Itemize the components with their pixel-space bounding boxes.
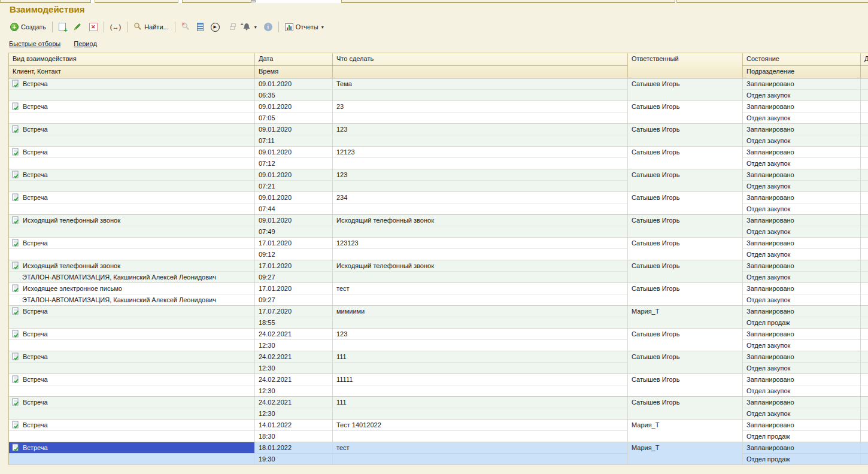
department-cell[interactable]: Отдел закупок	[743, 135, 861, 146]
extra-cell[interactable]	[861, 169, 868, 181]
date-cell[interactable]: 17.01.2020	[255, 238, 333, 249]
responsible-cell[interactable]: Мария_Т	[628, 306, 743, 328]
state-cell[interactable]: Запланировано	[743, 215, 861, 226]
department-cell[interactable]: Отдел закупок	[743, 158, 861, 169]
table-row[interactable]: Встреча 24.02.2021 123 Сатышев Игорь Зап…	[9, 329, 868, 351]
department-cell[interactable]: Отдел закупок	[743, 272, 861, 282]
reports-button[interactable]: Отчеты ▾	[282, 22, 327, 32]
quick-filters-link[interactable]: Быстрые отборы	[9, 40, 60, 47]
run-button[interactable]: ▶	[208, 22, 223, 33]
extra-cell[interactable]	[861, 124, 868, 135]
open-window-button[interactable]	[224, 22, 238, 32]
department-cell[interactable]: Отдел закупок	[743, 249, 861, 260]
department-cell[interactable]: Отдел закупок	[743, 294, 861, 305]
tab-segment[interactable]	[0, 0, 91, 3]
responsible-cell[interactable]: Сатышев Игорь	[628, 169, 743, 192]
tab-segment[interactable]	[251, 0, 256, 2]
tab-segment[interactable]	[676, 0, 868, 3]
delete-button[interactable]: ✕	[86, 22, 101, 32]
time-cell[interactable]: 09:27	[255, 272, 333, 282]
header-interaction-type[interactable]: Вид взаимодействия	[9, 53, 255, 66]
date-cell[interactable]: 17.07.2020	[255, 306, 333, 317]
date-cell[interactable]: 14.01.2022	[255, 420, 333, 431]
todo-empty-cell[interactable]	[333, 113, 628, 123]
client-contact-cell[interactable]	[9, 454, 255, 464]
interaction-type-cell[interactable]: Исходящий телефонный звонок	[9, 215, 255, 226]
state-cell[interactable]: Запланировано	[743, 397, 861, 408]
responsible-cell[interactable]: Мария_Т	[628, 420, 743, 442]
responsible-cell[interactable]: Сатышев Игорь	[628, 351, 743, 373]
state-cell[interactable]: Запланировано	[743, 169, 861, 181]
extra-cell[interactable]	[861, 431, 868, 442]
table-row[interactable]: Встреча 17.01.2020 123123 Сатышев Игорь …	[9, 238, 868, 260]
table-row[interactable]: Встреча 09.01.2020 123 Сатышев Игорь Зап…	[9, 124, 868, 147]
todo-cell[interactable]: тест	[333, 283, 628, 294]
client-contact-cell[interactable]	[9, 363, 255, 373]
todo-empty-cell[interactable]	[333, 363, 628, 373]
table-row[interactable]: Встреча 24.02.2021 111 Сатышев Игорь Зап…	[9, 397, 868, 420]
interaction-type-cell[interactable]: Встреча	[9, 329, 255, 340]
time-cell[interactable]: 12:30	[255, 363, 333, 373]
table-row[interactable]: Исходящий телефонный звонок 09.01.2020 И…	[9, 215, 868, 238]
time-cell[interactable]: 09:27	[255, 294, 333, 305]
todo-cell[interactable]: 23	[333, 101, 628, 113]
date-cell[interactable]: 09.01.2020	[255, 147, 333, 158]
interaction-type-cell[interactable]: Встреча	[9, 442, 255, 454]
todo-cell[interactable]: 123	[333, 169, 628, 181]
state-cell[interactable]: Запланировано	[743, 238, 861, 249]
header-responsible[interactable]: Ответственный	[628, 53, 743, 78]
client-contact-cell[interactable]: ЭТАЛОН-АВТОМАТИЗАЦИЯ, Какшинский Алексей…	[9, 294, 255, 305]
department-cell[interactable]: Отдел закупок	[743, 113, 861, 123]
tab-segment[interactable]	[341, 0, 675, 3]
table-row[interactable]: Встреча 09.01.2020 123 Сатышев Игорь Зап…	[9, 169, 868, 192]
table-row[interactable]: Встреча 09.01.2020 Тема Сатышев Игорь За…	[9, 78, 868, 101]
client-contact-cell[interactable]	[9, 340, 255, 351]
time-cell[interactable]: 06:35	[255, 90, 333, 101]
todo-empty-cell[interactable]	[333, 340, 628, 351]
time-cell[interactable]: 19:30	[255, 454, 333, 464]
interaction-type-cell[interactable]: Исходящий телефонный звонок	[9, 260, 255, 272]
responsible-cell[interactable]: Сатышев Игорь	[628, 238, 743, 260]
department-cell[interactable]: Отдел закупок	[743, 363, 861, 373]
client-contact-cell[interactable]	[9, 408, 255, 419]
department-cell[interactable]: Отдел закупок	[743, 226, 861, 237]
todo-cell[interactable]: мимиими	[333, 306, 628, 317]
extra-cell[interactable]	[861, 215, 868, 226]
date-cell[interactable]: 09.01.2020	[255, 215, 333, 226]
header-state[interactable]: Состояние	[743, 53, 861, 66]
responsible-cell[interactable]: Сатышев Игорь	[628, 192, 743, 214]
responsible-cell[interactable]: Сатышев Игорь	[628, 397, 743, 419]
extra-cell[interactable]	[861, 147, 868, 158]
header-last-partial[interactable]: Д	[861, 53, 868, 66]
date-cell[interactable]: 17.01.2020	[255, 283, 333, 294]
interaction-type-cell[interactable]: Встреча	[9, 147, 255, 158]
todo-cell[interactable]: Исходящий телефонный звонок	[333, 260, 628, 272]
responsible-cell[interactable]: Сатышев Игорь	[628, 101, 743, 123]
todo-empty-cell[interactable]	[333, 408, 628, 419]
responsible-cell[interactable]: Сатышев Игорь	[628, 329, 743, 351]
time-cell[interactable]: 12:30	[255, 340, 333, 351]
interaction-type-cell[interactable]: Исходящее электронное письмо	[9, 283, 255, 294]
interaction-type-cell[interactable]: Встреча	[9, 238, 255, 249]
time-cell[interactable]: 09:12	[255, 249, 333, 260]
extra-cell[interactable]	[861, 454, 868, 464]
extra-cell[interactable]	[861, 158, 868, 169]
interaction-type-cell[interactable]: Встреча	[9, 351, 255, 363]
department-cell[interactable]: Отдел закупок	[743, 181, 861, 192]
todo-cell[interactable]: 111	[333, 397, 628, 408]
date-cell[interactable]: 18.01.2022	[255, 442, 333, 454]
extra-cell[interactable]	[861, 442, 868, 454]
extra-cell[interactable]	[861, 397, 868, 408]
todo-cell[interactable]: 123123	[333, 238, 628, 249]
time-cell[interactable]: 07:11	[255, 135, 333, 146]
state-cell[interactable]: Запланировано	[743, 147, 861, 158]
todo-cell[interactable]: 11111	[333, 374, 628, 385]
extra-cell[interactable]	[861, 260, 868, 272]
time-cell[interactable]: 07:44	[255, 203, 333, 214]
state-cell[interactable]: Запланировано	[743, 442, 861, 454]
extra-cell[interactable]	[861, 203, 868, 214]
todo-empty-cell[interactable]	[333, 249, 628, 260]
state-cell[interactable]: Запланировано	[743, 283, 861, 294]
todo-empty-cell[interactable]	[333, 226, 628, 237]
todo-cell[interactable]: 123	[333, 329, 628, 340]
